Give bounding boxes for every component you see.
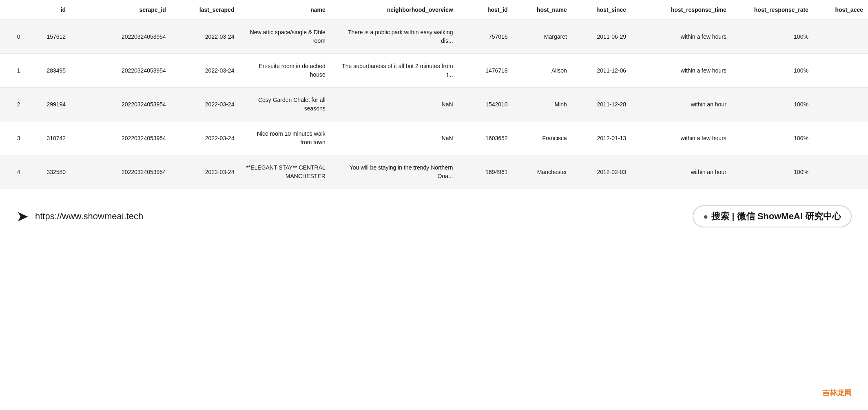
table-row: 1283495202203240539542022-03-24En-suite … xyxy=(0,54,868,88)
cell-neighborhood_overview: There is a public park within easy walki… xyxy=(330,20,458,54)
cell-scrape_id: 20220324053954 xyxy=(71,155,171,189)
cell-scrape_id: 20220324053954 xyxy=(71,121,171,155)
table-row: 0157612202203240539542022-03-24New attic… xyxy=(0,20,868,54)
col-header-name: name xyxy=(239,0,330,20)
cell-name: Nice room 10 minutes walk from town xyxy=(239,121,330,155)
cell-host_name: Minh xyxy=(513,88,572,121)
cell-host_acce xyxy=(813,121,868,155)
col-header-scrape-id: scrape_id xyxy=(71,0,171,20)
col-header-host-acce: host_acce xyxy=(813,0,868,20)
cell-host_acce xyxy=(813,20,868,54)
cell-host_id: 1542010 xyxy=(458,88,513,121)
cell-host_id: 1694961 xyxy=(458,155,513,189)
cursor-icon: ➤ xyxy=(16,208,29,225)
watermark: 吉林龙网 xyxy=(822,388,852,398)
table-row: 2299194202203240539542022-03-24Cosy Gard… xyxy=(0,88,868,121)
col-header-host-since: host_since xyxy=(572,0,631,20)
cell-host_response_time: within an hour xyxy=(631,155,731,189)
cell-last_scraped: 2022-03-24 xyxy=(171,20,239,54)
search-icon: ● xyxy=(703,212,708,221)
data-table-container: id scrape_id last_scraped name neighborh… xyxy=(0,0,868,189)
cell-host_response_rate: 100% xyxy=(731,20,813,54)
col-header-id: id xyxy=(25,0,71,20)
data-table: id scrape_id last_scraped name neighborh… xyxy=(0,0,868,189)
search-box[interactable]: ● 搜索 | 微信 ShowMeAI 研究中心 xyxy=(693,205,852,227)
table-row: 4332580202203240539542022-03-24**ELEGANT… xyxy=(0,155,868,189)
cell-scrape_id: 20220324053954 xyxy=(71,20,171,54)
table-row: 3310742202203240539542022-03-24Nice room… xyxy=(0,121,868,155)
cell-host_since: 2011-12-28 xyxy=(572,88,631,121)
table-header-row: id scrape_id last_scraped name neighborh… xyxy=(0,0,868,20)
col-header-response-time: host_response_time xyxy=(631,0,731,20)
cell-index: 2 xyxy=(0,88,25,121)
cell-host_response_time: within a few hours xyxy=(631,20,731,54)
col-header-host-name: host_name xyxy=(513,0,572,20)
cell-host_id: 757016 xyxy=(458,20,513,54)
cell-neighborhood_overview: NaN xyxy=(330,88,458,121)
cell-host_response_time: within an hour xyxy=(631,88,731,121)
cell-host_since: 2012-01-13 xyxy=(572,121,631,155)
col-header-host-id: host_id xyxy=(458,0,513,20)
cell-host_acce xyxy=(813,54,868,88)
cell-host_response_rate: 100% xyxy=(731,54,813,88)
cell-host_name: Alison xyxy=(513,54,572,88)
cell-name: Cosy Garden Chalet for all seasons xyxy=(239,88,330,121)
cell-id: 310742 xyxy=(25,121,71,155)
cell-last_scraped: 2022-03-24 xyxy=(171,121,239,155)
cell-neighborhood_overview: You will be staying in the trendy Northe… xyxy=(330,155,458,189)
cell-host_response_rate: 100% xyxy=(731,121,813,155)
cell-scrape_id: 20220324053954 xyxy=(71,88,171,121)
cell-host_response_rate: 100% xyxy=(731,88,813,121)
footer-url: https://www.showmeai.tech xyxy=(35,211,143,222)
cell-name: **ELEGANT STAY** CENTRAL MANCHESTER xyxy=(239,155,330,189)
col-header-index xyxy=(0,0,25,20)
cell-last_scraped: 2022-03-24 xyxy=(171,88,239,121)
cell-host_response_time: within a few hours xyxy=(631,121,731,155)
footer: ➤ https://www.showmeai.tech ● 搜索 | 微信 Sh… xyxy=(0,193,868,236)
search-box-label: 搜索 | 微信 ShowMeAI 研究中心 xyxy=(711,210,841,223)
cell-id: 332580 xyxy=(25,155,71,189)
table-body: 0157612202203240539542022-03-24New attic… xyxy=(0,20,868,189)
cell-last_scraped: 2022-03-24 xyxy=(171,155,239,189)
cell-host_acce xyxy=(813,88,868,121)
cell-name: New attic space/single & Dble room xyxy=(239,20,330,54)
cell-index: 3 xyxy=(0,121,25,155)
cell-last_scraped: 2022-03-24 xyxy=(171,54,239,88)
cell-host_response_time: within a few hours xyxy=(631,54,731,88)
cell-host_since: 2011-12-06 xyxy=(572,54,631,88)
cell-id: 157612 xyxy=(25,20,71,54)
footer-left: ➤ https://www.showmeai.tech xyxy=(16,208,143,225)
cell-host_id: 1476718 xyxy=(458,54,513,88)
cell-host_name: Francisca xyxy=(513,121,572,155)
cell-host_name: Margaret xyxy=(513,20,572,54)
cell-index: 4 xyxy=(0,155,25,189)
col-header-last-scraped: last_scraped xyxy=(171,0,239,20)
col-header-response-rate: host_response_rate xyxy=(731,0,813,20)
cell-id: 283495 xyxy=(25,54,71,88)
cell-neighborhood_overview: NaN xyxy=(330,121,458,155)
cell-host_response_rate: 100% xyxy=(731,155,813,189)
cell-host_since: 2011-06-29 xyxy=(572,20,631,54)
cell-host_id: 1603652 xyxy=(458,121,513,155)
cell-host_acce xyxy=(813,155,868,189)
cell-neighborhood_overview: The suburbaness of it all but 2 minutes … xyxy=(330,54,458,88)
cell-id: 299194 xyxy=(25,88,71,121)
cell-host_name: Manchester xyxy=(513,155,572,189)
cell-host_since: 2012-02-03 xyxy=(572,155,631,189)
col-header-neighborhood: neighborhood_overview xyxy=(330,0,458,20)
cell-name: En-suite room in detached house xyxy=(239,54,330,88)
cell-index: 1 xyxy=(0,54,25,88)
cell-index: 0 xyxy=(0,20,25,54)
cell-scrape_id: 20220324053954 xyxy=(71,54,171,88)
